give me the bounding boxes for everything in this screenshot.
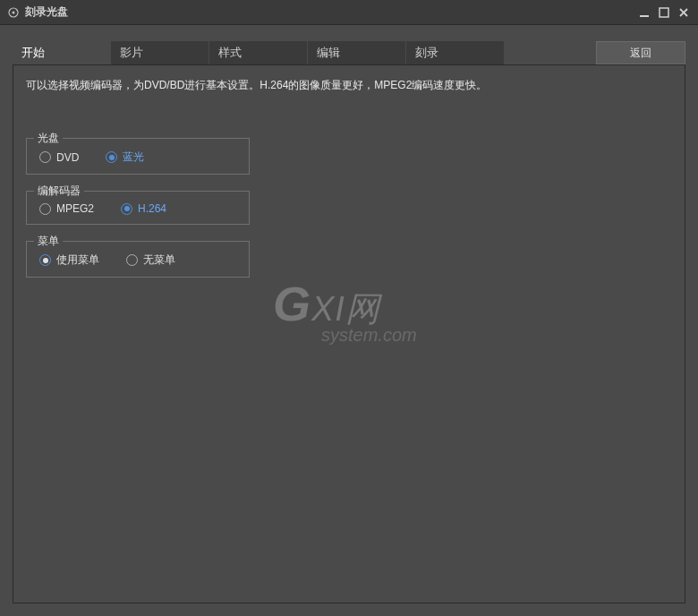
radio-bluray[interactable]: 蓝光 xyxy=(106,150,144,165)
back-button-label: 返回 xyxy=(630,46,651,61)
tab-edit[interactable]: 编辑 xyxy=(308,41,406,64)
content-area: 开始 影片 样式 编辑 刻录 返回 可以选择视频编码器，为DVD/BD进行基本设… xyxy=(0,25,698,616)
radio-icon xyxy=(126,254,138,266)
radio-dot-icon xyxy=(43,258,48,263)
tab-label: 影片 xyxy=(120,45,143,61)
radio-row: 使用菜单 无菜单 xyxy=(39,252,236,268)
tabs: 开始 影片 样式 编辑 刻录 xyxy=(13,41,596,64)
close-button[interactable] xyxy=(677,5,691,20)
tab-start[interactable]: 开始 xyxy=(13,41,111,64)
tab-label: 刻录 xyxy=(415,45,438,61)
tab-style[interactable]: 样式 xyxy=(209,41,308,64)
radio-icon xyxy=(39,203,51,215)
radio-icon xyxy=(39,151,51,163)
tab-label: 开始 xyxy=(21,45,45,61)
radio-icon xyxy=(106,151,117,163)
main-panel: 可以选择视频编码器，为DVD/BD进行基本设置。H.264的图像质量更好，MPE… xyxy=(13,64,685,603)
radio-no-menu[interactable]: 无菜单 xyxy=(126,252,175,268)
radio-label: 无菜单 xyxy=(143,252,175,268)
svg-rect-3 xyxy=(660,8,668,17)
radio-label: 蓝光 xyxy=(123,150,144,165)
watermark-rest: XI网 xyxy=(311,290,380,328)
svg-rect-2 xyxy=(640,15,649,17)
radio-label: H.264 xyxy=(138,202,166,215)
tab-label: 编辑 xyxy=(317,45,340,61)
top-row: 开始 影片 样式 编辑 刻录 返回 xyxy=(13,41,685,64)
description-text: 可以选择视频编码器，为DVD/BD进行基本设置。H.264的图像质量更好，MPE… xyxy=(26,78,672,93)
radio-label: 使用菜单 xyxy=(56,252,99,268)
radio-row: DVD 蓝光 xyxy=(39,150,236,165)
window-controls xyxy=(637,5,691,20)
watermark: GXI网 system.com xyxy=(273,276,417,346)
radio-dot-icon xyxy=(109,155,115,160)
back-button[interactable]: 返回 xyxy=(596,41,685,64)
titlebar: 刻录光盘 xyxy=(0,0,698,25)
radio-dvd[interactable]: DVD xyxy=(39,151,79,164)
svg-point-1 xyxy=(13,11,15,13)
radio-label: MPEG2 xyxy=(56,202,94,215)
app-icon xyxy=(7,6,20,19)
group-codec: 编解码器 MPEG2 H.264 xyxy=(26,191,250,225)
radio-use-menu[interactable]: 使用菜单 xyxy=(39,252,99,268)
radio-h264[interactable]: H.264 xyxy=(121,202,166,215)
group-disc-legend: 光盘 xyxy=(34,131,63,146)
radio-mpeg2[interactable]: MPEG2 xyxy=(39,202,94,215)
watermark-line1: GXI网 xyxy=(273,276,417,332)
tab-label: 样式 xyxy=(218,45,242,61)
group-menu-legend: 菜单 xyxy=(34,234,63,249)
radio-row: MPEG2 H.264 xyxy=(39,202,236,215)
tab-spacer xyxy=(505,41,596,64)
radio-icon xyxy=(39,254,51,266)
group-menu: 菜单 使用菜单 无菜单 xyxy=(26,241,250,278)
window-title: 刻录光盘 xyxy=(25,4,637,20)
group-disc: 光盘 DVD 蓝光 xyxy=(26,138,250,175)
window: 刻录光盘 开始 影片 样式 编辑 刻录 返回 xyxy=(0,0,698,616)
radio-label: DVD xyxy=(56,151,79,164)
maximize-button[interactable] xyxy=(657,5,671,20)
watermark-big-letter: G xyxy=(273,277,311,330)
radio-dot-icon xyxy=(124,206,130,211)
tab-movie[interactable]: 影片 xyxy=(111,41,209,64)
minimize-button[interactable] xyxy=(637,5,651,20)
radio-icon xyxy=(121,203,132,215)
watermark-line2: system.com xyxy=(321,325,417,346)
tab-burn[interactable]: 刻录 xyxy=(406,41,505,64)
group-codec-legend: 编解码器 xyxy=(34,184,84,199)
